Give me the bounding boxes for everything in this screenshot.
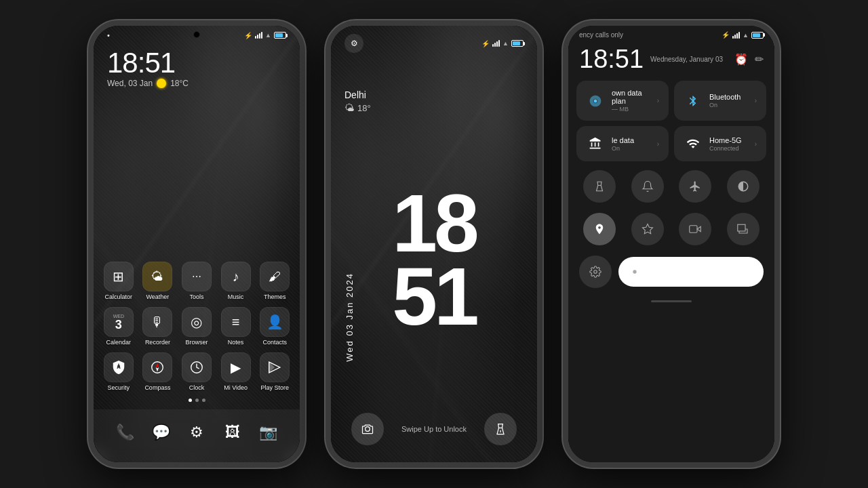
mi-video-label: Mi Video xyxy=(224,384,248,391)
vertical-date: Wed 03 Jan 2024 xyxy=(344,272,355,362)
qs-tile-bluetooth[interactable]: Bluetooth On › xyxy=(674,81,766,121)
play-store-icon xyxy=(260,352,290,382)
svg-marker-9 xyxy=(697,226,701,232)
qs-bluetooth-icon: ⚡ xyxy=(722,31,730,39)
mobile-data-arrow: › xyxy=(657,140,659,148)
music-label: Music xyxy=(228,293,244,300)
qs-settings-btn[interactable] xyxy=(579,256,612,288)
app-calendar[interactable]: WED 3 Calendar xyxy=(104,307,134,346)
calendar-label: Calendar xyxy=(106,339,132,346)
status-icons-phone1: ⚡ ▲ xyxy=(244,32,286,39)
qs-tiles-grid: own data plan — MB › Bluetooth On › xyxy=(568,81,774,167)
phone1-homescreen: • ⚡ ▲ 18:51 xyxy=(88,20,305,468)
dot-active xyxy=(189,399,192,402)
qs-clock: 18:51 xyxy=(579,45,644,74)
dock-gallery[interactable]: 🖼 xyxy=(216,416,249,449)
mobile-data-text: le data On xyxy=(612,136,650,152)
lock-camera-btn[interactable] xyxy=(351,413,384,445)
app-play-store[interactable]: Play Store xyxy=(260,352,290,391)
qs-tile-mobile-data[interactable]: le data On › xyxy=(576,126,669,161)
wifi-tile-sub: Connected xyxy=(709,145,748,152)
city-weather: 🌤 18° xyxy=(344,102,524,113)
lock-big-clock: 18 51 xyxy=(392,186,475,333)
battery-icon xyxy=(274,32,286,39)
browser-icon: ◎ xyxy=(182,307,212,337)
wifi-tile-icon xyxy=(684,134,703,153)
qs-screencast-btn[interactable] xyxy=(727,213,760,245)
qs-status-icons: ⚡ ▲ xyxy=(722,31,764,39)
settings-icon-lock: ⚙ xyxy=(344,34,363,53)
app-compass[interactable]: Compass xyxy=(142,352,172,391)
lock-city-widget: Delhi 🌤 18° xyxy=(331,56,537,117)
dock-messages[interactable]: 💬 xyxy=(144,416,177,449)
wifi-tile-arrow: › xyxy=(755,140,757,148)
qs-brightness-slider[interactable] xyxy=(618,257,764,287)
bottom-handle-area xyxy=(568,295,774,308)
qs-quick-buttons-row2 xyxy=(568,209,774,252)
qs-edit-icons: ⏰ ✏ xyxy=(734,53,764,66)
svg-point-13 xyxy=(633,270,636,273)
qs-tile-data-plan[interactable]: own data plan — MB › xyxy=(576,81,669,121)
lock-bottom-controls: Swipe Up to Unlock xyxy=(331,403,537,462)
bluetooth-tile-title: Bluetooth xyxy=(709,93,748,101)
app-music[interactable]: ♪ Music xyxy=(221,262,251,300)
app-themes[interactable]: 🖌 Themes xyxy=(260,262,290,300)
app-clock[interactable]: Clock xyxy=(182,352,212,391)
apps-section: ⊞ Calculator 🌤 Weather ⋯ Tools ♪ Music xyxy=(94,92,300,409)
app-recorder[interactable]: 🎙 Recorder xyxy=(142,307,172,346)
status-dot: • xyxy=(107,31,110,39)
dock-phone[interactable]: 📞 xyxy=(108,416,141,449)
qs-location-btn[interactable] xyxy=(583,213,616,245)
bluetooth-tile-sub: On xyxy=(709,102,748,108)
app-weather[interactable]: 🌤 Weather xyxy=(142,262,172,300)
app-mi-video[interactable]: ▶ Mi Video xyxy=(221,352,251,391)
bluetooth-icon-lock: ⚡ xyxy=(481,40,490,47)
home-temp: 18°C xyxy=(170,79,189,88)
app-tools[interactable]: ⋯ Tools xyxy=(182,262,212,300)
app-security[interactable]: Security xyxy=(104,352,134,391)
qs-flashlight-btn[interactable] xyxy=(583,170,616,203)
qs-notification-btn[interactable] xyxy=(631,170,664,203)
app-row-3: Security Compass Clock xyxy=(94,349,300,394)
qs-tile-wifi[interactable]: Home-5G Connected › xyxy=(674,126,766,161)
qs-dark-mode-btn[interactable] xyxy=(727,170,760,203)
weather-label: Weather xyxy=(146,293,169,300)
dot-2 xyxy=(195,399,199,402)
status-bar-phone2: ⚙ ⚡ ▲ xyxy=(331,26,537,56)
qs-clock-icon[interactable]: ⏰ xyxy=(734,53,748,66)
data-plan-arrow: › xyxy=(657,97,659,104)
svg-point-5 xyxy=(366,427,370,432)
city-name: Delhi xyxy=(344,89,524,100)
play-store-label: Play Store xyxy=(260,384,289,391)
qs-video-btn[interactable] xyxy=(679,213,711,245)
themes-icon: 🖌 xyxy=(260,262,290,291)
qs-edit-icon[interactable]: ✏ xyxy=(755,53,764,66)
status-icons-phone2: ⚡ ▲ xyxy=(481,40,524,47)
lock-flashlight-btn[interactable] xyxy=(484,413,517,445)
signal-bars-lock xyxy=(492,40,500,47)
app-calculator[interactable]: ⊞ Calculator xyxy=(104,262,134,300)
dock-settings[interactable]: ⚙ xyxy=(180,416,213,449)
phone3-quicksettings: ency calls only ⚡ ▲ 18: xyxy=(563,20,780,468)
city-temp: 18° xyxy=(357,103,371,113)
qs-battery-icon xyxy=(751,32,764,39)
qs-signal xyxy=(732,32,740,39)
phone2-lockscreen: ⚙ ⚡ ▲ Delhi xyxy=(326,20,542,468)
qs-dolby-btn[interactable] xyxy=(631,213,664,245)
wifi-icon: ▲ xyxy=(265,32,271,39)
dock-camera[interactable]: 📷 xyxy=(252,416,285,449)
bluetooth-tile-text: Bluetooth On xyxy=(709,93,748,108)
mi-video-icon: ▶ xyxy=(221,352,251,382)
mobile-data-sub: On xyxy=(612,145,650,152)
wifi-tile-title: Home-5G xyxy=(709,136,748,144)
app-contacts[interactable]: 👤 Contacts xyxy=(260,307,290,346)
wifi-icon-lock: ▲ xyxy=(502,40,509,47)
app-notes[interactable]: ≡ Notes xyxy=(221,307,251,346)
compass-icon xyxy=(142,352,172,382)
qs-brightness-row xyxy=(568,252,774,295)
calculator-label: Calculator xyxy=(105,293,133,300)
time-widget: 18:51 Wed, 03 Jan 18°C xyxy=(94,42,300,92)
home-date: Wed, 03 Jan xyxy=(107,79,153,88)
qs-airplane-btn[interactable] xyxy=(679,170,711,203)
app-browser[interactable]: ◎ Browser xyxy=(182,307,212,346)
